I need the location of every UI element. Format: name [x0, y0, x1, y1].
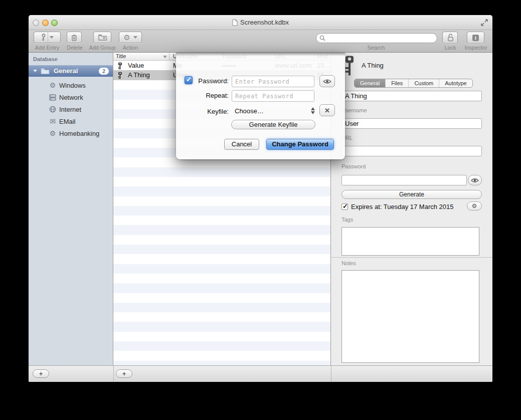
- password-field[interactable]: [341, 175, 467, 185]
- lock-label: Lock: [440, 45, 461, 51]
- generate-password-button[interactable]: Generate: [341, 190, 482, 199]
- disclosure-triangle-icon[interactable]: [33, 70, 37, 72]
- sidebar-item-email[interactable]: EMail: [29, 115, 113, 127]
- bottom-bar-divider: [113, 366, 114, 382]
- tab-general[interactable]: General: [355, 79, 385, 87]
- add-group-plus-button[interactable]: +: [33, 369, 49, 378]
- fullscreen-icon[interactable]: [480, 18, 489, 27]
- add-group-button[interactable]: [93, 32, 111, 43]
- eye-icon: [471, 178, 479, 183]
- notes-field[interactable]: [341, 270, 479, 363]
- column-divider[interactable]: [169, 53, 169, 61]
- change-password-sheet: Password: Repeat: Keyfile: Choose… ✕ Gen…: [176, 53, 345, 159]
- tab-custom[interactable]: Custom: [409, 79, 439, 87]
- sidebar-item-windows[interactable]: Windows: [29, 79, 113, 91]
- toolbar: Add Entry Delete Add Group Action Search…: [29, 30, 492, 53]
- expires-checkbox[interactable]: [341, 203, 348, 210]
- delete-button[interactable]: [67, 32, 82, 43]
- sidebar-item-label: Homebanking: [59, 130, 99, 137]
- titlebar[interactable]: Screenshot.kdbx: [29, 15, 492, 30]
- app-window: Screenshot.kdbx Add Entry Delete Add Gro…: [29, 15, 492, 382]
- inspector-button[interactable]: i: [467, 32, 484, 44]
- action-button[interactable]: [119, 32, 142, 43]
- cancel-button[interactable]: Cancel: [224, 139, 259, 150]
- notes-label: Notes: [341, 260, 356, 266]
- key-icon: [343, 55, 356, 76]
- bottom-bar: + +: [29, 365, 492, 382]
- sheet-reveal-password-button[interactable]: [319, 75, 335, 87]
- gear-icon: [49, 129, 57, 137]
- gear-icon: [123, 33, 130, 42]
- search-field[interactable]: [316, 33, 437, 43]
- sidebar-item-label: Network: [59, 94, 83, 101]
- chevron-down-icon: [50, 36, 54, 39]
- sheet-keyfile-label: Keyfile:: [186, 108, 229, 115]
- globe-icon: [49, 106, 57, 113]
- sidebar-item-label: Internet: [59, 106, 81, 113]
- expiry-presets-button[interactable]: [467, 201, 482, 211]
- cell-title: A Thing: [128, 71, 150, 79]
- gear-icon: [49, 81, 57, 89]
- expires-row: Expires at: Tuesday 17 March 2015: [341, 202, 454, 211]
- add-group-label: Add Group: [85, 45, 119, 51]
- password-label: Password: [341, 163, 366, 169]
- bottom-bar-divider: [331, 366, 331, 382]
- inspector-entry-title: A Thing: [362, 62, 384, 69]
- sheet-repeat-label: Repeat:: [186, 92, 229, 99]
- trash-icon: [71, 34, 77, 41]
- group-count-badge: 2: [99, 68, 109, 75]
- folder-plus-icon: [98, 34, 107, 41]
- folder-icon: [41, 68, 50, 74]
- popup-stepper-icon[interactable]: [311, 107, 315, 115]
- add-entry-plus-button[interactable]: +: [116, 369, 132, 378]
- username-field[interactable]: [341, 118, 482, 129]
- envelope-icon: [49, 117, 57, 125]
- search-label: Search: [356, 45, 396, 51]
- delete-label: Delete: [64, 45, 86, 51]
- tags-field[interactable]: [341, 227, 479, 256]
- clear-keyfile-button[interactable]: ✕: [319, 104, 335, 116]
- sort-indicator-icon: [163, 56, 167, 58]
- key-icon: [41, 34, 46, 41]
- title-field[interactable]: [341, 91, 482, 101]
- sidebar-item-homebanking[interactable]: Homebanking: [29, 127, 113, 139]
- search-input[interactable]: [325, 34, 437, 42]
- info-icon: i: [472, 35, 479, 41]
- sidebar-header: Database: [33, 56, 58, 62]
- sidebar-group-general[interactable]: General 2: [29, 65, 113, 77]
- window-title: Screenshot.kdbx: [29, 19, 492, 26]
- close-icon: ✕: [324, 107, 330, 114]
- add-entry-label: Add Entry: [31, 45, 64, 51]
- url-field[interactable]: [341, 146, 482, 156]
- sidebar-item-network[interactable]: Network: [29, 91, 113, 103]
- sheet-password-input[interactable]: [232, 76, 314, 87]
- inspector-label: Inspector: [460, 45, 491, 51]
- reveal-password-button[interactable]: [468, 175, 482, 185]
- key-icon: [117, 62, 123, 70]
- chevron-down-icon: [133, 36, 137, 39]
- add-entry-button[interactable]: [34, 32, 61, 43]
- inspector-panel: A Thing General Files Custom Autotype Us…: [331, 53, 492, 365]
- cell-title: Value: [128, 62, 144, 69]
- server-icon: [49, 94, 57, 101]
- sidebar-group-label: General: [54, 67, 99, 75]
- change-password-button[interactable]: Change Password: [266, 139, 334, 150]
- document-icon: [232, 19, 238, 26]
- sidebar-item-internet[interactable]: Internet: [29, 103, 113, 115]
- sidebar: Database General 2 Windows Network Inter…: [29, 53, 113, 365]
- sheet-password-label: Password:: [186, 77, 229, 85]
- generate-keyfile-button[interactable]: Generate Keyfile: [231, 120, 315, 129]
- tab-files[interactable]: Files: [386, 79, 408, 87]
- keyfile-popup[interactable]: Choose…: [235, 107, 264, 115]
- column-header-title[interactable]: Title: [116, 53, 126, 59]
- action-label: Action: [119, 45, 141, 51]
- section-divider: [331, 257, 492, 258]
- lock-button[interactable]: [442, 32, 458, 44]
- search-icon: [319, 35, 325, 41]
- key-icon: [117, 72, 123, 79]
- tab-autotype[interactable]: Autotype: [439, 79, 472, 87]
- sidebar-item-label: EMail: [59, 118, 76, 125]
- lock-open-icon: [447, 34, 454, 42]
- tags-label: Tags: [341, 217, 353, 223]
- sheet-repeat-input[interactable]: [232, 90, 314, 102]
